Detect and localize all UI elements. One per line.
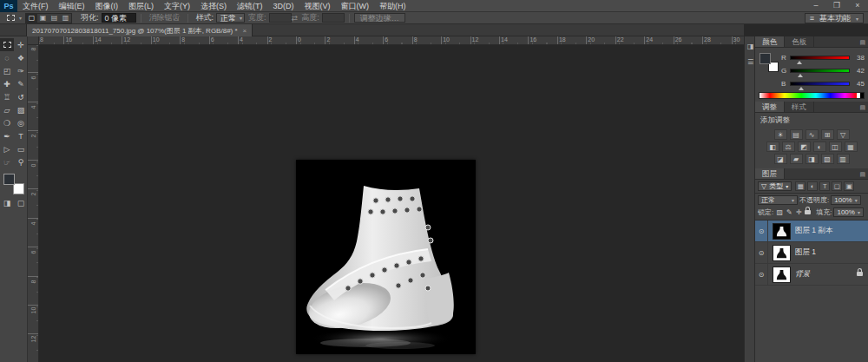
g-channel-slider[interactable] (790, 69, 850, 73)
layer-filter-icon-2[interactable]: T (819, 181, 830, 191)
canvas-area[interactable] (39, 45, 744, 362)
menu-item-2[interactable]: 图像(I) (90, 0, 124, 12)
exposure-adjustment-icon[interactable]: ⊞ (821, 129, 834, 140)
layer-filter-icon-3[interactable]: ▢ (832, 181, 842, 191)
layer-row-2[interactable]: ⊙背景 (755, 264, 868, 286)
menu-item-5[interactable]: 选择(S) (195, 0, 232, 12)
photo-filter-adjustment-icon[interactable]: ◐ (813, 142, 826, 152)
layer-filter-icon-0[interactable]: ▦ (795, 181, 806, 191)
close-button[interactable]: × (847, 0, 868, 11)
workspace-switcher[interactable]: ≡ 基本功能 ▾ (805, 13, 864, 23)
rectangular-marquee-tool[interactable] (0, 38, 14, 51)
tab-color-menu-icon[interactable]: ▤ (859, 36, 868, 47)
layer-thumbnail[interactable] (773, 267, 791, 283)
blend-mode-dropdown[interactable]: 正常▾ (758, 195, 798, 205)
panel-menu-icon[interactable]: ▤ (859, 168, 868, 179)
screen-mode-button[interactable]: ▢ (14, 196, 28, 209)
invert-adjustment-icon[interactable]: ◪ (774, 154, 787, 164)
quick-selection-tool[interactable]: ❖ (14, 51, 28, 64)
type-tool[interactable]: T (14, 129, 28, 142)
color-balance-adjustment-icon[interactable]: ⚖ (782, 142, 795, 152)
selection-mode-icon-0[interactable]: ▢ (26, 13, 37, 23)
lock-icon-2[interactable]: ✛ (794, 208, 803, 216)
slider-handle-icon[interactable] (798, 74, 803, 77)
vertical-ruler[interactable]: 8642024681012 (28, 45, 39, 362)
layer-filter-icon-1[interactable]: ◐ (807, 181, 818, 191)
width-input[interactable] (269, 13, 292, 23)
shape-tool[interactable]: ▭ (14, 142, 28, 155)
selection-mode-icon-2[interactable]: ▤ (49, 13, 60, 23)
selection-mode-icon-3[interactable]: ▥ (60, 13, 71, 23)
menu-item-6[interactable]: 滤镜(T) (232, 0, 268, 12)
swap-dimensions-icon[interactable]: ⇄ (292, 14, 299, 23)
layer-visibility-eye-icon[interactable]: ⊙ (755, 242, 768, 263)
tab-color-1[interactable]: 色板 (785, 36, 814, 47)
fill-dropdown[interactable]: 100%▾ (833, 207, 863, 217)
r-channel-slider[interactable] (790, 56, 850, 60)
layer-filter-dropdown[interactable]: ▽ 类型 ▾ (758, 181, 792, 191)
tab-close-icon[interactable]: × (243, 27, 247, 35)
layer-row-1[interactable]: ⊙图层 1 (755, 242, 868, 264)
hue-saturation-adjustment-icon[interactable]: ◧ (766, 142, 779, 152)
b-channel-slider[interactable] (790, 82, 850, 86)
color-lookup-adjustment-icon[interactable]: ▦ (845, 142, 858, 152)
blur-tool[interactable]: ❍ (0, 116, 14, 129)
layer-thumbnail[interactable] (773, 223, 791, 240)
layer-visibility-eye-icon[interactable]: ⊙ (755, 220, 768, 241)
lock-icon-1[interactable]: ✎ (785, 208, 793, 216)
color-spectrum-ramp[interactable] (759, 92, 865, 99)
gradient-map-adjustment-icon[interactable]: ▥ (837, 154, 850, 164)
minimize-button[interactable]: – (806, 0, 826, 11)
layer-thumbnail[interactable] (773, 245, 791, 261)
brightness-contrast-adjustment-icon[interactable]: ☀ (774, 129, 787, 140)
eyedropper-tool[interactable]: ✑ (14, 64, 28, 77)
horizontal-ruler[interactable]: 1816141210864202468101214161820222426283… (39, 36, 744, 45)
style-dropdown[interactable]: 正常▾ (216, 13, 245, 23)
gradient-tool[interactable]: ▨ (14, 103, 28, 116)
menu-item-1[interactable]: 编辑(E) (54, 0, 90, 12)
foreground-color-swatch[interactable] (3, 174, 15, 185)
layer-filter-icon-4[interactable]: ▣ (844, 181, 854, 191)
height-input[interactable] (322, 13, 345, 23)
levels-adjustment-icon[interactable]: ▤ (790, 129, 803, 140)
document-canvas[interactable] (296, 160, 476, 354)
pen-tool[interactable]: ✒ (0, 129, 14, 142)
spot-healing-brush-tool[interactable]: ✚ (0, 77, 14, 90)
menu-item-0[interactable]: 文件(F) (17, 0, 54, 12)
tab-color-0[interactable]: 颜色 (755, 36, 785, 47)
panel-foreground-swatch[interactable] (760, 53, 771, 64)
posterize-adjustment-icon[interactable]: ▰ (790, 154, 803, 164)
selective-color-adjustment-icon[interactable]: ▧ (821, 154, 834, 164)
quick-mask-button[interactable]: ◨ (0, 196, 14, 209)
brush-tool[interactable]: ✎ (14, 77, 28, 90)
slider-handle-icon[interactable] (797, 61, 802, 64)
selection-mode-icon-1[interactable]: ▣ (37, 13, 49, 23)
active-tool-icon[interactable] (3, 13, 17, 23)
document-tab[interactable]: 20170707012803818011_750.jpg @ 107%(图层 1… (26, 24, 253, 36)
menu-item-9[interactable]: 窗口(W) (336, 0, 375, 12)
refine-edge-button[interactable]: 调整边缘… (354, 13, 405, 23)
curves-adjustment-icon[interactable]: ∿ (806, 129, 819, 140)
tab-adjustments-1[interactable]: 样式 (785, 102, 814, 112)
restore-button[interactable]: ❐ (826, 0, 847, 11)
clone-stamp-tool[interactable]: ♖ (0, 90, 14, 103)
antialias-checkbox-label[interactable]: 消除锯齿 (149, 12, 181, 23)
tab-adjustments-0[interactable]: 调整 (755, 102, 785, 112)
history-brush-tool[interactable]: ↺ (14, 90, 28, 103)
menu-item-7[interactable]: 3D(D) (268, 0, 299, 12)
menu-item-4[interactable]: 文字(Y) (159, 0, 195, 12)
menu-item-8[interactable]: 视图(V) (299, 0, 336, 12)
eraser-tool[interactable]: ▱ (0, 103, 14, 116)
menu-item-3[interactable]: 图层(L) (123, 0, 159, 12)
hand-tool[interactable]: ☞ (0, 155, 14, 168)
channel-mixer-adjustment-icon[interactable]: ◫ (829, 142, 842, 152)
path-selection-tool[interactable]: ▷ (0, 142, 14, 155)
lock-icon-0[interactable]: ▨ (775, 208, 784, 216)
lock-all-icon[interactable] (805, 210, 811, 214)
menu-item-10[interactable]: 帮助(H) (374, 0, 411, 12)
tool-preset-arrow-icon[interactable]: ▾ (19, 15, 22, 21)
lasso-tool[interactable]: ◌ (0, 51, 14, 64)
crop-tool[interactable]: ◰ (0, 64, 14, 77)
threshold-adjustment-icon[interactable]: ◨ (806, 154, 819, 164)
slider-handle-icon[interactable] (799, 87, 804, 90)
